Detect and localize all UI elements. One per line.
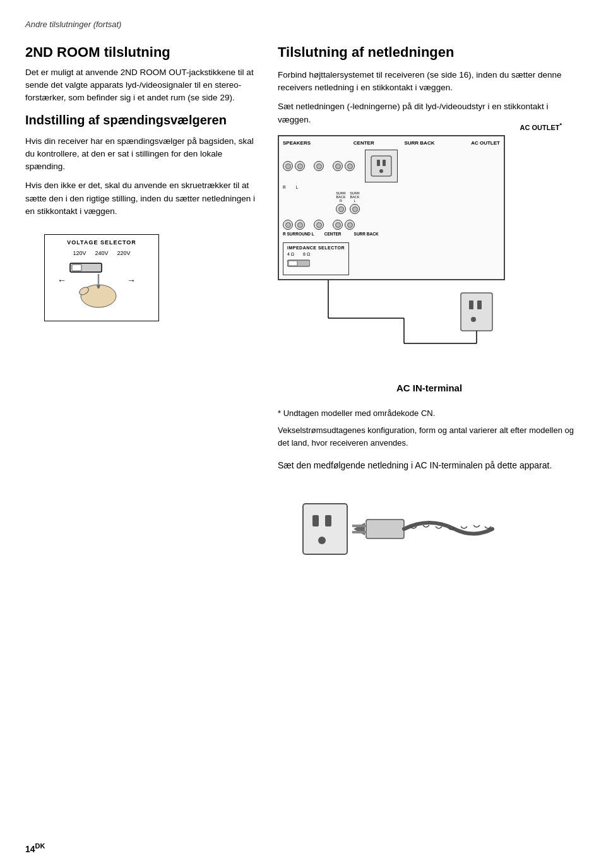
r-surround-pair — [283, 220, 305, 230]
page-number-suffix: DK — [35, 842, 45, 850]
connector-surr-back-r — [336, 204, 346, 214]
section-2nd-room-body: Det er muligt at anvende 2ND ROOM OUT-ja… — [25, 66, 259, 105]
connector-surr-r2 — [333, 220, 343, 230]
connector-center-2 — [314, 220, 324, 230]
surr-back-r-group: SURRBACKR — [336, 191, 346, 214]
impedance-switch-svg — [287, 259, 310, 269]
svg-rect-18 — [469, 300, 473, 309]
ac-outlet-box-top — [365, 150, 398, 182]
r-surround-l-label: R SURROUND L — [283, 231, 314, 237]
voltage-120v: 120V — [73, 249, 86, 258]
connector-r — [283, 161, 293, 171]
ac-in-section: AC IN-terminal — [278, 381, 581, 395]
svg-rect-13 — [288, 261, 297, 266]
voltage-numbers: 120V 240V 220V — [51, 249, 152, 258]
voltage-selector-illustration: VOLTAGE SELECTOR 120V 240V 220V ← → — [38, 224, 259, 321]
ac-outlet-star: * — [559, 122, 562, 128]
diagram-labels-row: SPEAKERS CENTER SURR BACK AC OUTLET — [279, 136, 504, 148]
ac-outlet-top-label: AC OUTLET* — [520, 121, 562, 133]
footnote2: Vekselstrømsudtagenes konfiguration, for… — [278, 424, 581, 449]
connector-r-surround — [283, 220, 293, 230]
plug-illustration-svg — [297, 485, 499, 567]
section-voltage-body1: Hvis din receiver har en spændingsvælger… — [25, 135, 259, 174]
page-number: 14DK — [25, 841, 45, 855]
two-column-layout: 2ND ROOM tilslutning Det er muligt at an… — [25, 43, 581, 571]
ac-outlet-label-text: AC OUTLET — [520, 124, 560, 131]
section-voltage-body2: Hvis den ikke er det, skal du anvende en… — [25, 179, 259, 218]
surr-back-label: SURR BACK — [404, 140, 434, 146]
impedance-8ohm: 8 Ω — [303, 251, 310, 258]
page-header: Andre tilslutninger (fortsat) — [25, 19, 581, 30]
row2-labels: R SURROUND L CENTER SURR BACK — [279, 231, 504, 239]
center-label: CENTER — [354, 140, 374, 146]
svg-point-26 — [318, 537, 326, 544]
plug-illustration-wrapper — [297, 485, 581, 571]
connector-center — [314, 161, 324, 171]
svg-text:←: ← — [57, 275, 66, 285]
surr-back-sub-labels: SURRBACKR SURRBACKL — [336, 191, 360, 214]
section-ac-title: Tilslutning af netledningen — [278, 43, 581, 62]
speakers-label: SPEAKERS — [283, 140, 311, 146]
connectors-row-1 — [279, 148, 504, 184]
voltage-220v: 220V — [117, 249, 131, 258]
final-text: Sæt den medfølgende netledning i AC IN-t… — [278, 459, 581, 472]
surr-back-r-label: SURRBACKR — [336, 191, 346, 203]
surr-back-pair-top — [333, 161, 355, 171]
connector-surr-l2 — [345, 220, 355, 230]
impedance-box: IMPEDANCE SELECTOR 4 Ω 8 Ω — [283, 242, 349, 275]
voltage-selector-label: VOLTAGE SELECTOR — [51, 239, 152, 247]
connector-labels-row-1: R L — [279, 184, 504, 190]
svg-rect-25 — [325, 515, 331, 526]
impedance-section: IMPEDANCE SELECTOR 4 Ω 8 Ω — [279, 240, 504, 279]
footnote1-text: Undtagen modeller med områdekode CN. — [283, 408, 436, 418]
impedance-label: IMPEDANCE SELECTOR — [287, 245, 345, 251]
connector-surr-back-l — [350, 204, 360, 214]
footnote-section: * Undtagen modeller med områdekode CN. V… — [278, 407, 581, 449]
center-row2 — [314, 220, 324, 230]
connector-l — [295, 161, 305, 171]
footnote1: * Undtagen modeller med områdekode CN. — [278, 407, 581, 420]
section-voltage-title: Indstilling af spændingsvælgeren — [25, 111, 259, 129]
svg-rect-8 — [371, 156, 391, 176]
diagram-wrapper: AC OUTLET* SPEAKERS CENTER SURR BACK AC … — [278, 135, 581, 356]
surr-back-label-2: SURR BACK — [354, 231, 379, 237]
svg-rect-10 — [383, 160, 386, 166]
connectors-row-2 — [279, 218, 504, 231]
page-number-value: 14 — [25, 843, 35, 853]
svg-rect-1 — [72, 265, 81, 271]
r-label: R — [283, 184, 286, 190]
ac-in-label: AC IN-terminal — [396, 381, 462, 395]
connector-surr-back-2 — [345, 161, 355, 171]
surr-back-row2 — [333, 220, 355, 230]
svg-rect-24 — [312, 515, 319, 526]
right-column: Tilslutning af netledningen Forbind højt… — [278, 43, 581, 571]
svg-point-11 — [379, 169, 383, 173]
ac-outlet-box — [365, 150, 398, 182]
svg-rect-17 — [461, 293, 492, 331]
section-ac-body1: Forbind højttalersystemet til receiveren… — [278, 69, 581, 95]
surr-back-l-label: SURRBACKL — [350, 191, 360, 203]
center-pair — [314, 161, 324, 171]
section-voltage: Indstilling af spændingsvælgeren Hvis di… — [25, 111, 259, 218]
connector-surround-l — [295, 220, 305, 230]
connection-lines-svg — [278, 280, 505, 356]
impedance-4ohm: 4 Ω — [287, 251, 294, 258]
center-label-2: CENTER — [324, 231, 342, 237]
voltage-selector-box: VOLTAGE SELECTOR 120V 240V 220V ← → — [44, 234, 159, 321]
footnote-star: * — [278, 408, 283, 418]
svg-point-20 — [471, 317, 476, 322]
surr-back-l-group: SURRBACKL — [350, 191, 360, 214]
svg-rect-23 — [303, 504, 347, 554]
l-label: L — [296, 184, 299, 190]
connector-surr-back-1 — [333, 161, 343, 171]
ac-outlet-diagram-label: AC OUTLET — [471, 140, 500, 146]
svg-rect-28 — [366, 520, 404, 538]
left-column: 2ND ROOM tilslutning Det er muligt at an… — [25, 43, 259, 571]
main-diagram-box: SPEAKERS CENTER SURR BACK AC OUTLET — [278, 135, 505, 280]
ac-outlet-svg — [369, 153, 394, 179]
svg-text:→: → — [127, 275, 136, 285]
impedance-values-row: 4 Ω 8 Ω — [287, 251, 345, 258]
section-2nd-room-title: 2ND ROOM tilslutning — [25, 43, 259, 62]
voltage-240v: 240V — [95, 249, 108, 258]
svg-rect-19 — [477, 300, 482, 309]
